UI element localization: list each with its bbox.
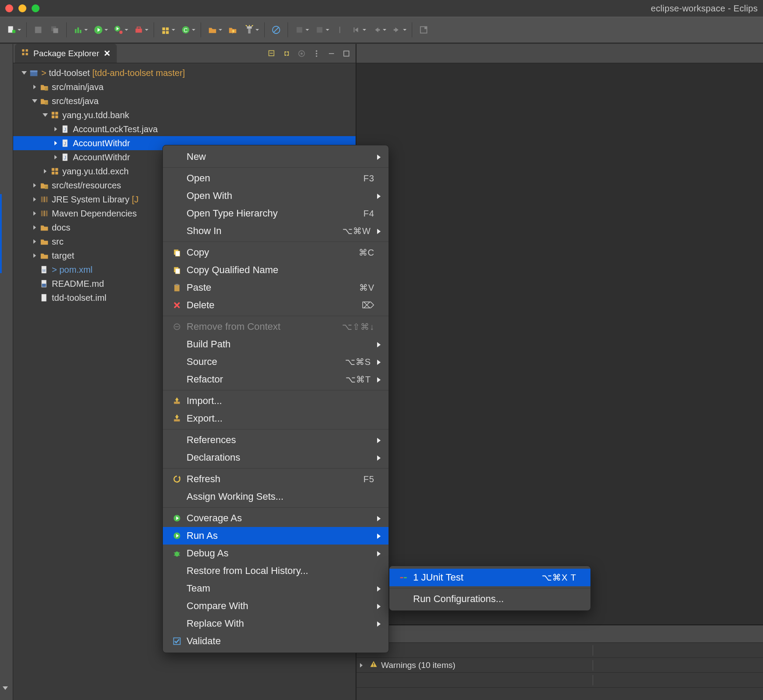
arrow-left-icon xyxy=(372,25,382,35)
svg-marker-95 xyxy=(178,476,180,478)
svg-rect-36 xyxy=(26,49,28,51)
run-last-button[interactable] xyxy=(112,23,126,37)
open-task-button[interactable] xyxy=(226,23,240,37)
problems-table[interactable]: Warnings (10 items) xyxy=(356,643,763,688)
kebab-icon xyxy=(312,49,321,58)
submenu-run-configurations[interactable]: Run Configurations... xyxy=(389,590,590,608)
ctx-refresh[interactable]: RefreshF5 xyxy=(163,470,389,488)
tree-file-lock[interactable]: J AccountLockTest.java xyxy=(13,122,356,136)
run-button[interactable] xyxy=(91,23,105,37)
ctx-replace-with[interactable]: Replace With xyxy=(163,615,389,632)
maximize-view-button[interactable] xyxy=(341,48,352,59)
problems-view: Warnings (10 items) xyxy=(356,624,763,700)
minimize-view-button[interactable] xyxy=(326,48,337,59)
search-button[interactable] xyxy=(242,23,256,37)
save-all-button[interactable] xyxy=(48,23,62,37)
ctx-new[interactable]: New xyxy=(163,148,389,166)
import-icon xyxy=(171,397,183,405)
ctx-refactor[interactable]: Refactor⌥⌘T xyxy=(163,371,389,388)
pin-editor-button[interactable] xyxy=(292,23,306,37)
ctx-run-as[interactable]: Run As xyxy=(163,527,389,545)
export-icon xyxy=(171,414,183,423)
collapse-all-button[interactable] xyxy=(266,48,277,59)
view-toolbar xyxy=(266,48,356,59)
svg-rect-54 xyxy=(52,115,54,118)
svg-rect-93 xyxy=(174,419,180,422)
svg-rect-15 xyxy=(162,28,165,30)
new-toolbar-button[interactable] xyxy=(4,23,18,37)
ctx-open-type-hierarchy[interactable]: Open Type HierarchyF4 xyxy=(163,205,389,222)
ctx-restore-local-history[interactable]: Restore from Local History... xyxy=(163,562,389,580)
ctx-copy-qualified[interactable]: Copy Qualified Name xyxy=(163,261,389,279)
folder-icon xyxy=(40,237,49,246)
ctx-delete[interactable]: Delete⌦ xyxy=(163,296,389,314)
pin-icon xyxy=(295,25,304,35)
zoom-window-button[interactable] xyxy=(32,4,40,12)
copy-icon xyxy=(171,248,183,257)
ctx-open[interactable]: OpenF3 xyxy=(163,170,389,187)
titlebar: eclipse-workspace - Eclips xyxy=(0,0,763,17)
java-file-icon: J xyxy=(61,124,70,134)
validate-icon xyxy=(171,637,183,646)
svg-rect-84 xyxy=(176,269,180,274)
ctx-debug-as[interactable]: Debug As xyxy=(163,545,389,562)
arrow-left-stop-icon xyxy=(352,25,361,35)
back-button[interactable] xyxy=(349,23,364,37)
external-tools-button[interactable] xyxy=(132,23,146,37)
warnings-row[interactable]: Warnings (10 items) xyxy=(356,658,763,673)
ctx-team[interactable]: Team xyxy=(163,580,389,597)
copy-qn-icon xyxy=(171,266,183,274)
focus-task-button[interactable] xyxy=(296,48,307,59)
submenu-junit-test[interactable]: 1 JUnit Test ⌥⌘X T xyxy=(389,569,590,586)
svg-point-43 xyxy=(316,50,317,51)
ctx-copy[interactable]: Copy⌘C xyxy=(163,244,389,261)
back-history-button[interactable] xyxy=(370,23,384,37)
ctx-validate[interactable]: Validate xyxy=(163,632,389,650)
package-explorer-tab[interactable]: Package Explorer ✕ xyxy=(15,44,117,63)
ctx-coverage-as[interactable]: Coverage As xyxy=(163,509,389,527)
new-class-button[interactable]: C xyxy=(179,23,193,37)
ctx-assign-working-sets[interactable]: Assign Working Sets... xyxy=(163,488,389,505)
svg-rect-52 xyxy=(52,112,54,115)
tree-src-test-java[interactable]: src/test/java xyxy=(13,94,356,108)
close-window-button[interactable] xyxy=(5,4,13,12)
close-tab-button[interactable]: ✕ xyxy=(104,48,111,58)
forward-history-button[interactable] xyxy=(390,23,404,37)
file-icon xyxy=(40,293,49,303)
svg-rect-53 xyxy=(55,112,58,115)
prev-edit-button[interactable] xyxy=(313,23,327,37)
svg-rect-2 xyxy=(35,27,42,33)
link-editor-button[interactable] xyxy=(281,48,292,59)
tree-project[interactable]: > tdd-toolset [tdd-and-toolset master] xyxy=(13,66,356,80)
ctx-open-with[interactable]: Open With xyxy=(163,187,389,205)
perspective-button[interactable] xyxy=(417,23,431,37)
tree-pkg-bank[interactable]: yang.yu.tdd.bank xyxy=(13,108,356,122)
package-icon xyxy=(161,25,170,35)
open-type-button[interactable] xyxy=(205,23,220,37)
paste-icon xyxy=(171,283,183,292)
package-icon xyxy=(50,110,60,120)
svg-rect-69 xyxy=(46,197,48,202)
svg-point-12 xyxy=(119,31,122,34)
project-icon xyxy=(29,68,39,78)
toggle-breadcrumb-button[interactable] xyxy=(269,23,283,37)
tree-src-main-java[interactable]: src/main/java xyxy=(13,80,356,94)
restore-view-icon[interactable] xyxy=(3,682,8,692)
minimize-window-button[interactable] xyxy=(18,4,26,12)
source-folder-icon xyxy=(40,180,49,190)
ctx-source[interactable]: Source⌥⌘S xyxy=(163,353,389,371)
view-menu-button[interactable] xyxy=(311,48,322,59)
new-package-button[interactable] xyxy=(158,23,173,37)
coverage-button[interactable] xyxy=(71,23,85,37)
ctx-build-path[interactable]: Build Path xyxy=(163,336,389,353)
ctx-show-in[interactable]: Show In⌥⌘W xyxy=(163,222,389,240)
ctx-import[interactable]: Import... xyxy=(163,392,389,410)
ctx-compare-with[interactable]: Compare With xyxy=(163,597,389,615)
ctx-paste[interactable]: Paste⌘V xyxy=(163,279,389,296)
ctx-export[interactable]: Export... xyxy=(163,410,389,427)
save-button[interactable] xyxy=(31,23,45,37)
ctx-references[interactable]: References xyxy=(163,431,389,449)
library-icon xyxy=(40,209,49,218)
ctx-declarations[interactable]: Declarations xyxy=(163,449,389,466)
class-icon: C xyxy=(181,25,191,35)
